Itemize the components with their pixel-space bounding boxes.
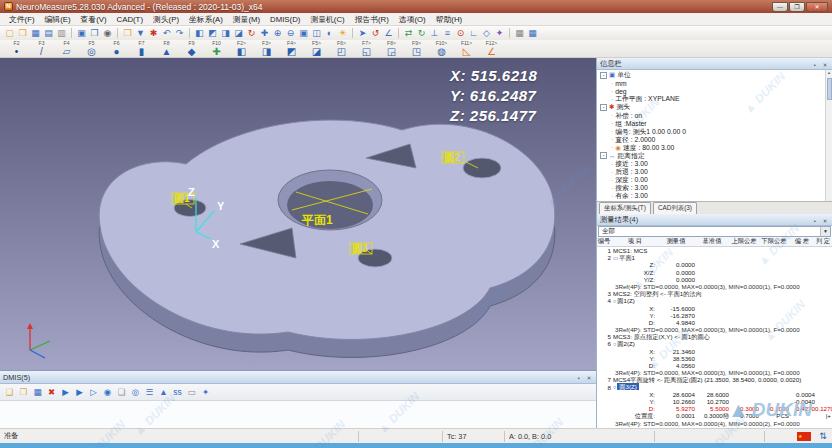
wireframe-icon[interactable]: ◫	[310, 27, 323, 39]
dmis-run-from-icon[interactable]: ▶	[73, 386, 86, 398]
measure-plane-button[interactable]: F4▱	[54, 40, 79, 57]
dmis-find-icon[interactable]: ◎	[129, 386, 142, 398]
iterate-icon[interactable]: ✦	[493, 27, 506, 39]
close-icon[interactable]: ✕	[821, 60, 829, 68]
pin-icon[interactable]: ▪	[575, 373, 583, 381]
result-row[interactable]: 位置度:0.00010.3000Ⓜ0.7000PCS|+	[597, 412, 832, 419]
result-row[interactable]: 3Ref(4P): STD=0.0000, MAX=0.0000(3), MIN…	[597, 369, 832, 376]
export-icon[interactable]: ▼	[134, 27, 147, 39]
menu-measure[interactable]: 测量(M)	[228, 14, 265, 25]
cs-align-icon[interactable]: ⊥	[428, 27, 441, 39]
view-front-icon[interactable]: ◨	[219, 27, 232, 39]
cs-level-icon[interactable]: ≡	[441, 27, 454, 39]
result-row[interactable]: Y:38.5360	[597, 355, 832, 362]
dmis-run-icon[interactable]: ▶	[59, 386, 72, 398]
dmis-ss-icon[interactable]: ss	[171, 386, 184, 398]
close-icon[interactable]: ✕	[585, 373, 593, 381]
result-row[interactable]: Y/Z:0.0000	[597, 276, 832, 283]
dmis-check-icon[interactable]: ▲	[157, 386, 170, 398]
construct-line-button[interactable]: F3>◨	[254, 40, 279, 57]
dmis-page-icon[interactable]: ❏	[115, 386, 128, 398]
maximize-button[interactable]: ❐	[789, 2, 805, 12]
menu-coordinate-system[interactable]: 坐标系(A)	[184, 14, 228, 25]
camera-icon[interactable]: ◉	[101, 27, 114, 39]
view-rotate-icon[interactable]: ↻	[245, 27, 258, 39]
zoom-out-icon[interactable]: ⊖	[284, 27, 297, 39]
tab-coordinate-probe[interactable]: 坐标系/测头(T)	[599, 202, 651, 214]
cs-axis-icon[interactable]: ∟	[467, 27, 480, 39]
import-icon[interactable]: ❒	[121, 27, 134, 39]
measure-coordinate-button[interactable]: F10✚	[204, 40, 229, 57]
undo-icon[interactable]: ↶	[160, 27, 173, 39]
dmis-tools-icon[interactable]: ✦	[199, 386, 212, 398]
dmis-list-icon[interactable]: ☰	[143, 386, 156, 398]
result-row[interactable]: 4○圆1(Z)	[597, 297, 832, 304]
construct-curve-button[interactable]: F9>◳	[404, 40, 429, 57]
dmis-close-icon[interactable]: ✖	[45, 386, 58, 398]
measure-distance-button[interactable]: F11>◺	[454, 40, 479, 57]
save-icon[interactable]: ▦	[29, 27, 42, 39]
construct-torus-button[interactable]: F10>◍	[429, 40, 454, 57]
angle-measure-icon[interactable]: ∠	[382, 27, 395, 39]
result-row[interactable]: X:28.600428.60000.0004	[597, 391, 832, 398]
dmis-new-icon[interactable]: ❑	[3, 386, 16, 398]
measure-angle-button[interactable]: F12>∠	[479, 40, 504, 57]
rotate-ccw-icon[interactable]: ↺	[369, 27, 382, 39]
result-row[interactable]: Y:-16.2870	[597, 312, 832, 319]
zoom-fit-icon[interactable]: ▣	[297, 27, 310, 39]
result-row[interactable]: D:4.0560	[597, 362, 832, 369]
print-icon[interactable]: ▥	[55, 27, 68, 39]
result-row[interactable]: D:5.92705.50000.3000-0.10000.42700.1270	[597, 405, 832, 412]
measure-point-button[interactable]: F2•	[4, 40, 29, 57]
dmis-window-icon[interactable]: ▭	[185, 386, 198, 398]
menu-dmis[interactable]: DMIS(D)	[265, 15, 305, 24]
menu-file[interactable]: 文件(F)	[4, 14, 40, 25]
cs-rotate-icon[interactable]: ↻	[415, 27, 428, 39]
measure-line-button[interactable]: F3/	[29, 40, 54, 57]
new-icon[interactable]: ▢	[3, 27, 16, 39]
redo-icon[interactable]: ↷	[173, 27, 186, 39]
measure-stepped-cylinder-button[interactable]: F9◆	[179, 40, 204, 57]
cs-origin-icon[interactable]: ⊙	[454, 27, 467, 39]
capture-icon[interactable]: ▣	[75, 27, 88, 39]
dmis-editor[interactable]	[0, 401, 596, 429]
save-report-icon[interactable]: ▦	[526, 27, 539, 39]
best-fit-icon[interactable]: ◇	[480, 27, 493, 39]
expander-icon[interactable]: -	[600, 152, 607, 159]
construct-cone-button[interactable]: F8>◲	[379, 40, 404, 57]
result-row[interactable]: Z:0.0000	[597, 261, 832, 268]
select-icon[interactable]: ➤	[356, 27, 369, 39]
result-row[interactable]: 3Ref(4P): STD=0.0000, MAX=0.0000(3), MIN…	[597, 283, 832, 290]
light-icon[interactable]: ☀	[336, 27, 349, 39]
measure-sphere-button[interactable]: F6●	[104, 40, 129, 57]
close-icon[interactable]: ✕	[821, 216, 829, 224]
tree-item[interactable]: ·有余 : 3.00	[597, 192, 832, 200]
menu-view[interactable]: 查看(V)	[76, 14, 112, 25]
menu-cmm-machine[interactable]: 测量机(C)	[305, 14, 349, 25]
construct-sphere-button[interactable]: F6>◰	[329, 40, 354, 57]
tree-item[interactable]: -▣单位	[597, 71, 832, 79]
tree-item[interactable]: ·mm	[597, 79, 832, 87]
result-row[interactable]: Y:10.266010.2700-0.0040	[597, 398, 832, 405]
tree-item[interactable]: ·工作平面 : XYPLANE	[597, 95, 832, 103]
minimize-button[interactable]: —	[772, 2, 788, 12]
result-row[interactable]: X/Z:0.0000	[597, 269, 832, 276]
result-row[interactable]: 3Ref(4P): STD=0.0000, MAX=0.0000(3), MIN…	[597, 326, 832, 333]
expander-icon[interactable]: -	[600, 72, 607, 79]
result-row[interactable]: 6○圆2(Z)	[597, 340, 832, 347]
measure-cylinder-button[interactable]: F7▮	[129, 40, 154, 57]
menu-help[interactable]: 帮助(H)	[431, 14, 467, 25]
pin-icon[interactable]: ▪	[811, 216, 819, 224]
chevron-down-icon[interactable]: ▼	[820, 227, 830, 236]
copy-icon[interactable]: ❐	[88, 27, 101, 39]
result-row[interactable]: 8○圆3(Z)	[597, 384, 832, 391]
result-row[interactable]: D:4.9840	[597, 319, 832, 326]
expander-icon[interactable]: -	[600, 104, 607, 111]
view-iso-icon[interactable]: ◧	[193, 27, 206, 39]
grid-icon[interactable]: ▦	[513, 27, 526, 39]
result-row[interactable]: X:-15.6000	[597, 305, 832, 312]
dmis-save-icon[interactable]: ▦	[31, 386, 44, 398]
dmis-open-icon[interactable]: ❒	[17, 386, 30, 398]
shaded-view-icon[interactable]: ◐	[323, 27, 336, 39]
view-side-icon[interactable]: ◪	[232, 27, 245, 39]
